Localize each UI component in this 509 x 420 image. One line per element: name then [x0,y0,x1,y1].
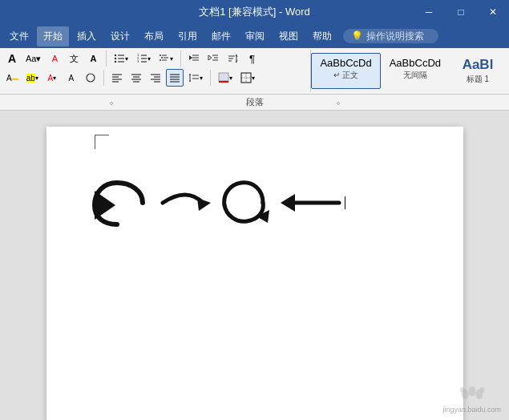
line-spacing-btn[interactable]: ▾ [185,69,206,87]
refresh-arrow-icon [215,175,279,231]
style-tight-label: 无间隔 [403,70,427,81]
svg-point-4 [115,61,116,63]
svg-point-2 [115,58,116,59]
svg-marker-53 [197,198,211,211]
show-marks-btn[interactable]: ¶ [243,50,261,67]
svg-point-0 [115,55,116,56]
shading-btn[interactable]: ▾ [215,69,236,87]
align-center-btn[interactable] [127,69,145,87]
menu-home[interactable]: 开始 [37,26,69,46]
right-arrow-icon [159,179,215,227]
paragraph-section-label: 段落 [246,96,264,108]
menu-design[interactable]: 设计 [104,26,136,46]
arrows-container [87,175,431,231]
style-heading1[interactable]: AaBl 标题 1 [450,53,506,89]
sort-btn[interactable] [224,50,241,67]
sep4 [210,70,211,86]
border-btn[interactable]: ▾ [237,69,258,87]
font-color-btn[interactable]: A [46,50,63,67]
menu-mailings[interactable]: 邮件 [205,26,237,46]
styles-panel: AaBbCcDd ↵ 正文 AaBbCcDd 无间隔 AaBl 标题 1 [310,50,506,92]
section-bar: ⬦ 段落 ⬦ [0,95,509,111]
baidu-logo [456,380,488,406]
svg-point-16 [160,59,161,61]
style-heading-preview: AaBl [463,57,494,73]
minimize-button[interactable]: ─ [413,0,445,24]
decrease-indent-btn[interactable] [185,50,203,67]
svg-point-60 [460,387,464,393]
menu-references[interactable]: 引用 [172,26,204,46]
close-button[interactable]: ✕ [477,0,509,24]
paragraph-section-expand[interactable]: ⬦ [336,98,341,107]
title-controls: ─ □ ✕ [413,0,509,24]
multilevel-list-btn[interactable]: ▾ [156,50,176,67]
svg-text:3.: 3. [137,59,139,63]
menu-review[interactable]: 审阅 [239,26,271,46]
search-icon: 💡 [351,30,363,42]
title-bar: 文档1 [兼容模式] - Word ─ □ ✕ [0,0,509,24]
aa-btn[interactable]: Aa▾ [22,50,44,67]
char-format-btn[interactable]: 文 [65,50,83,67]
increase-indent-btn[interactable] [204,50,222,67]
watermark: jingyan.baidu.com [442,380,501,414]
left-arrow-icon [279,183,343,223]
style-heading-label: 标题 1 [467,74,489,85]
menu-bar: 文件 开始 插入 设计 布局 引用 邮件 审阅 视图 帮助 💡 [0,24,509,48]
numbering-btn[interactable]: 1.2.3. ▾ [133,50,154,67]
font-color-small-btn[interactable]: A▬ [3,69,22,87]
svg-point-28 [87,74,95,82]
menu-insert[interactable]: 插入 [71,26,103,46]
svg-point-12 [160,55,161,56]
font-size-large-btn[interactable]: A [3,50,21,67]
bullets-btn[interactable]: ▾ [111,50,131,67]
document-area[interactable]: jingyan.baidu.com [0,111,509,420]
style-normal-preview: AaBbCcDd [320,57,371,69]
menu-file[interactable]: 文件 [3,26,35,46]
style-normal-label: ↵ 正文 [333,70,358,81]
toolbar-row1: A Aa▾ A 文 A ▾ 1.2.3. ▾ ▾ [3,50,310,67]
svg-marker-52 [95,191,115,220]
style-no-spacing[interactable]: AaBbCcDd 无间隔 [381,53,450,89]
text-a-btn[interactable]: A [84,50,102,67]
search-input[interactable] [366,30,430,42]
style-normal[interactable]: AaBbCcDd ↵ 正文 [311,53,380,89]
align-left-btn[interactable] [108,69,126,87]
search-box[interactable]: 💡 [343,29,438,43]
doc-wrapper: jingyan.baidu.com [0,111,509,420]
toolbar-area: A Aa▾ A 文 A ▾ 1.2.3. ▾ ▾ [0,48,509,95]
menu-view[interactable]: 视图 [273,26,305,46]
highlight-btn[interactable]: ab▾ [23,69,42,87]
svg-point-61 [479,387,483,393]
sep2 [180,50,181,67]
back-arrow-icon [87,175,159,231]
svg-rect-47 [219,73,228,81]
sep1 [106,50,107,67]
watermark-text: jingyan.baidu.com [442,406,501,414]
document-page [46,127,463,420]
style-tight-preview: AaBbCcDd [390,57,441,69]
maximize-button[interactable]: □ [445,0,477,24]
title-text: 文档1 [兼容模式] - Word [199,5,309,19]
text-a2-btn[interactable]: A [63,69,80,87]
svg-point-58 [468,386,475,396]
sep3 [103,70,104,86]
svg-point-14 [161,57,163,59]
toolbar-left: A Aa▾ A 文 A ▾ 1.2.3. ▾ ▾ [3,50,310,88]
svg-marker-56 [281,194,295,212]
menu-help[interactable]: 帮助 [306,26,338,46]
font-color2-btn[interactable]: A▾ [43,69,61,87]
text-cursor [345,196,345,209]
menu-layout[interactable]: 布局 [138,26,170,46]
toolbar-row2: A▬ ab▾ A▾ A [3,69,310,87]
page-corner-marker [95,135,109,149]
circle-btn[interactable] [82,69,99,87]
align-right-btn[interactable] [147,69,164,87]
justify-btn[interactable] [166,69,184,87]
font-section-expand[interactable]: ⬦ [109,98,114,107]
